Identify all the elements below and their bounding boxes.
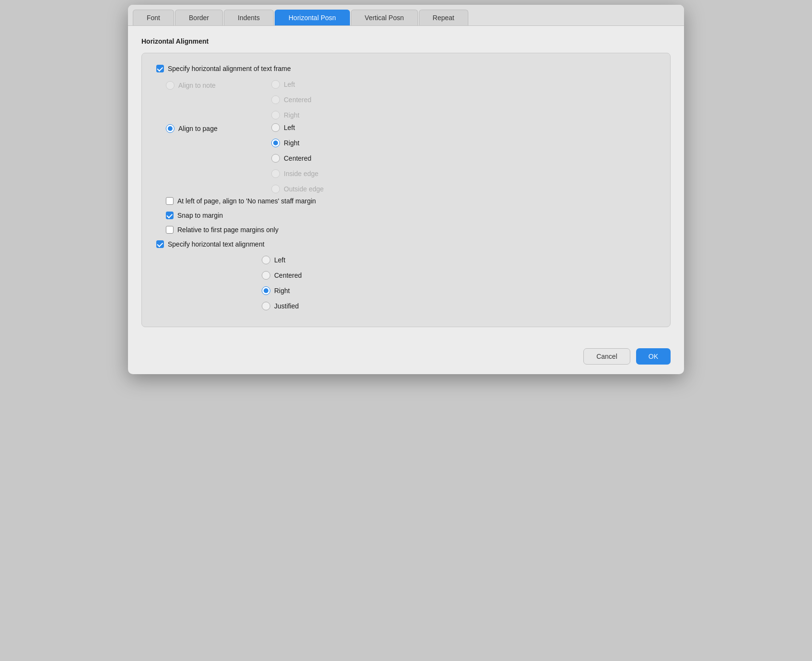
note-left-radio[interactable] — [271, 80, 280, 89]
align-to-note-radio[interactable] — [166, 81, 174, 90]
dialog: Font Border Indents Horizontal Posn Vert… — [128, 5, 684, 374]
tab-border[interactable]: Border — [175, 10, 223, 25]
align-to-page-options: Left Right Centered Inside edge — [271, 123, 324, 193]
page-left-option: Left — [271, 123, 324, 132]
page-centered-label: Centered — [284, 154, 312, 162]
text-left-radio[interactable] — [262, 256, 270, 264]
text-right-radio[interactable] — [262, 286, 270, 295]
text-centered-option: Centered — [262, 271, 656, 280]
page-right-option: Right — [271, 139, 324, 147]
relative-to-first-row: Relative to first page margins only — [166, 226, 656, 234]
note-centered-option: Centered — [271, 95, 312, 104]
relative-to-first-label: Relative to first page margins only — [177, 226, 278, 234]
specify-horizontal-alignment-label: Specify horizontal alignment of text fra… — [168, 65, 291, 72]
text-right-option: Right — [262, 286, 656, 295]
page-inside-option: Inside edge — [271, 169, 324, 178]
align-to-note-options: Left Centered Right — [271, 80, 312, 119]
align-to-note-label: Align to note — [178, 82, 216, 89]
specify-horizontal-text-checkbox[interactable] — [156, 240, 164, 248]
text-alignment-options: Left Centered Right Justified — [262, 256, 656, 310]
tab-repeat[interactable]: Repeat — [419, 10, 468, 25]
align-to-page-label: Align to page — [178, 125, 218, 132]
tab-indents[interactable]: Indents — [224, 10, 274, 25]
snap-to-margin-row: Snap to margin — [166, 212, 656, 219]
footer: Cancel OK — [128, 341, 684, 374]
text-centered-radio[interactable] — [262, 271, 270, 280]
specify-horizontal-alignment-row: Specify horizontal alignment of text fra… — [156, 65, 656, 72]
tab-vertical-posn[interactable]: Vertical Posn — [351, 10, 418, 25]
page-inside-label: Inside edge — [284, 170, 318, 177]
snap-to-margin-checkbox[interactable] — [166, 212, 174, 219]
page-left-radio[interactable] — [271, 123, 280, 132]
note-left-option: Left — [271, 80, 312, 89]
page-outside-option: Outside edge — [271, 185, 324, 193]
note-centered-label: Centered — [284, 96, 312, 104]
note-right-option: Right — [271, 111, 312, 119]
page-outside-label: Outside edge — [284, 185, 324, 193]
at-left-of-page-label: At left of page, align to 'No names' sta… — [177, 197, 316, 205]
text-justified-label: Justified — [274, 302, 299, 310]
specify-horizontal-text-row: Specify horizontal text alignment — [156, 240, 656, 248]
text-justified-option: Justified — [262, 302, 656, 310]
at-left-of-page-row: At left of page, align to 'No names' sta… — [166, 197, 656, 205]
text-left-option: Left — [262, 256, 656, 264]
page-right-radio[interactable] — [271, 139, 280, 147]
tab-horizontal-posn[interactable]: Horizontal Posn — [275, 10, 350, 25]
at-left-of-page-checkbox[interactable] — [166, 197, 174, 205]
page-centered-radio[interactable] — [271, 154, 280, 163]
text-justified-radio[interactable] — [262, 302, 270, 310]
note-right-label: Right — [284, 111, 300, 119]
align-to-note-col: Align to note — [166, 80, 271, 90]
text-centered-label: Centered — [274, 271, 302, 279]
specify-horizontal-alignment-checkbox[interactable] — [156, 65, 164, 72]
ok-button[interactable]: OK — [636, 348, 671, 365]
note-right-radio[interactable] — [271, 111, 280, 119]
specify-horizontal-text-label: Specify horizontal text alignment — [168, 240, 265, 248]
content-area: Horizontal Alignment Specify horizontal … — [128, 26, 684, 341]
page-centered-option: Centered — [271, 154, 324, 163]
text-left-label: Left — [274, 256, 285, 264]
align-to-page-radio[interactable] — [166, 124, 174, 133]
page-outside-radio[interactable] — [271, 185, 280, 193]
page-right-label: Right — [284, 139, 300, 147]
page-inside-radio[interactable] — [271, 169, 280, 178]
note-left-label: Left — [284, 81, 295, 88]
note-centered-radio[interactable] — [271, 95, 280, 104]
text-right-label: Right — [274, 287, 290, 295]
align-to-page-col: Align to page — [166, 123, 271, 133]
tab-font[interactable]: Font — [133, 10, 174, 25]
section-title: Horizontal Alignment — [141, 37, 671, 45]
align-to-page-row: Align to page Left Right Centered — [166, 123, 656, 193]
cancel-button[interactable]: Cancel — [583, 348, 630, 365]
tab-bar: Font Border Indents Horizontal Posn Vert… — [128, 5, 684, 26]
relative-to-first-checkbox[interactable] — [166, 226, 174, 234]
snap-to-margin-label: Snap to margin — [177, 212, 223, 219]
align-to-note-row: Align to note Left Centered Right — [166, 80, 656, 119]
inner-panel: Specify horizontal alignment of text fra… — [141, 53, 671, 327]
page-left-label: Left — [284, 124, 295, 131]
